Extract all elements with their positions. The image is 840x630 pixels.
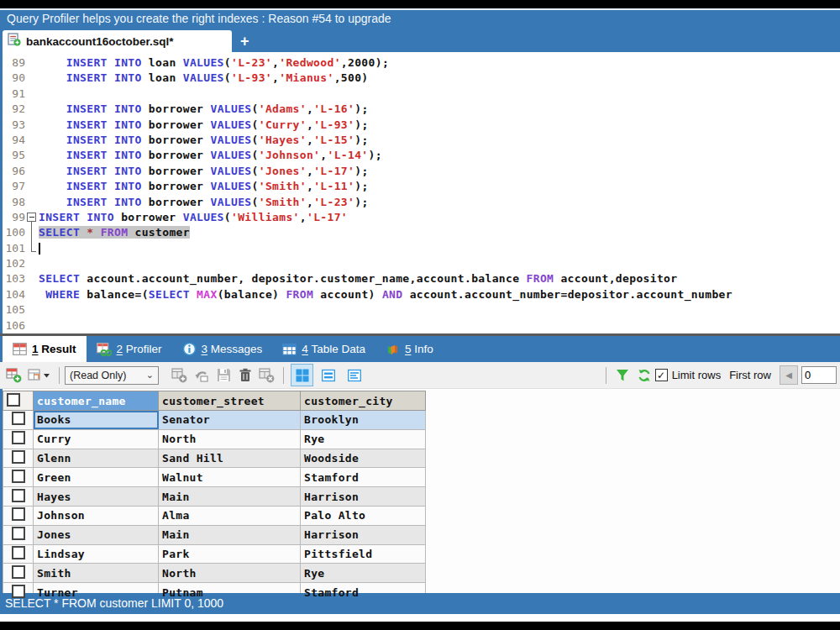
code-line[interactable]: 106 [3, 318, 840, 333]
tab-profiler[interactable]: 2 Profiler [87, 336, 172, 362]
grid-cell[interactable]: North [159, 564, 301, 583]
limit-rows-checkbox[interactable]: ✓ [655, 369, 668, 381]
row-select-cell[interactable] [3, 411, 34, 430]
fold-collapse-icon[interactable] [25, 210, 39, 225]
resultset-options-button[interactable] [26, 365, 53, 386]
row-select-cell[interactable] [3, 525, 34, 544]
upgrade-banner[interactable]: Query Profiler helps you create the righ… [0, 10, 840, 29]
discard-changes-button[interactable] [257, 365, 277, 386]
grid-cell[interactable]: Woodside [301, 449, 426, 468]
row-checkbox[interactable] [12, 450, 25, 464]
grid-cell[interactable]: Johnson [34, 506, 159, 525]
grid-cell[interactable]: Books [34, 411, 159, 430]
code-line[interactable]: 102 [3, 256, 840, 271]
line-number: 101 [3, 241, 25, 256]
code-line[interactable]: 99INSERT INTO borrower VALUES('Williams'… [3, 210, 840, 225]
grid-cell[interactable]: Palo Alto [301, 506, 426, 525]
grid-cell[interactable]: Glenn [34, 449, 159, 468]
grid-cell[interactable]: Senator [159, 411, 301, 430]
code-line[interactable]: 94 INSERT INTO borrower VALUES('Hayes','… [3, 133, 840, 148]
row-select-cell[interactable] [3, 468, 34, 487]
code-line[interactable]: 100SELECT * FROM customer [3, 225, 840, 240]
tab-result[interactable]: 1 Result [3, 336, 87, 362]
code-line[interactable]: 95 INSERT INTO borrower VALUES('Johnson'… [3, 148, 840, 163]
form-view-button[interactable] [317, 364, 339, 386]
refresh-icon[interactable] [634, 365, 654, 386]
grid-cell[interactable]: Sand Hill [159, 449, 301, 468]
code-line[interactable]: 103SELECT account.account_number, deposi… [3, 271, 840, 286]
grid-view-button[interactable] [291, 364, 313, 386]
table-row: JohnsonAlmaPalo Alto [3, 506, 426, 525]
row-select-cell[interactable] [3, 487, 34, 507]
grid-cell[interactable]: Harrison [301, 487, 426, 507]
code-line[interactable]: 101 [3, 241, 840, 256]
code-line[interactable]: 91 [3, 87, 840, 102]
result-panel-tab-bar: 1 Result2 Profiler3 Messages4 Table Data… [0, 336, 840, 362]
row-checkbox[interactable] [12, 470, 25, 483]
row-select-cell[interactable] [3, 564, 34, 583]
grid-cell[interactable]: Curry [34, 429, 159, 449]
code-text: SELECT * FROM customer [39, 225, 840, 240]
sql-editor[interactable]: 89 INSERT INTO loan VALUES('L-23','Redwo… [0, 52, 840, 333]
grid-cell[interactable]: Walnut [159, 468, 301, 487]
row-select-cell[interactable] [3, 544, 34, 564]
grid-cell[interactable]: Pittsfield [301, 544, 426, 564]
row-select-cell[interactable] [3, 506, 34, 525]
add-row-button[interactable] [170, 365, 190, 386]
grid-cell[interactable]: North [159, 429, 301, 449]
code-line[interactable]: 93 INSERT INTO borrower VALUES('Curry','… [3, 118, 840, 133]
grid-cell[interactable]: Smith [34, 564, 159, 583]
grid-cell[interactable]: Rye [301, 564, 426, 583]
row-checkbox[interactable] [7, 393, 20, 407]
code-line[interactable]: 89 INSERT INTO loan VALUES('L-23','Redwo… [3, 55, 840, 71]
save-changes-button[interactable] [213, 365, 234, 386]
first-row-input[interactable] [801, 366, 837, 384]
row-checkbox[interactable] [12, 412, 25, 425]
row-checkbox[interactable] [12, 565, 25, 579]
revert-changes-button[interactable] [192, 365, 212, 386]
text-view-button[interactable] [343, 364, 365, 386]
row-checkbox[interactable] [12, 489, 25, 502]
code-line[interactable]: 90 INSERT INTO loan VALUES('L-93','Mianu… [3, 71, 840, 86]
grid-cell[interactable]: Alma [159, 506, 301, 525]
delete-row-button[interactable] [235, 365, 255, 386]
grid-cell[interactable]: Stamford [301, 468, 426, 487]
grid-cell[interactable]: Park [159, 544, 301, 564]
code-line[interactable]: 97 INSERT INTO borrower VALUES('Smith','… [3, 179, 840, 194]
fold-margin [25, 179, 39, 194]
code-line[interactable]: 105 [3, 302, 840, 318]
column-header-customer_city[interactable]: customer_city [301, 391, 426, 411]
select-all-header[interactable] [3, 391, 34, 411]
line-number: 106 [3, 318, 25, 333]
code-line[interactable]: 104 WHERE balance=(SELECT MAX(balance) F… [3, 287, 840, 302]
row-checkbox[interactable] [12, 527, 25, 540]
tab-table-data[interactable]: 4 Table Data [272, 336, 375, 362]
export-resultset-button[interactable] [4, 365, 24, 386]
filter-icon[interactable] [612, 365, 633, 386]
tab-info[interactable]: 5 Info [375, 336, 444, 362]
grid-cell[interactable]: Hayes [34, 487, 159, 507]
grid-cell[interactable]: Main [159, 487, 301, 507]
code-line[interactable]: 96 INSERT INTO borrower VALUES('Jones','… [3, 164, 840, 179]
grid-cell[interactable]: Brooklyn [301, 411, 426, 430]
row-checkbox[interactable] [12, 546, 25, 559]
grid-cell[interactable]: Harrison [301, 525, 426, 544]
row-select-cell[interactable] [3, 429, 34, 449]
grid-cell[interactable]: Jones [34, 525, 159, 544]
new-tab-button[interactable]: + [232, 30, 258, 52]
row-checkbox[interactable] [12, 431, 25, 444]
code-line[interactable]: 98 INSERT INTO borrower VALUES('Smith','… [3, 195, 840, 210]
grid-cell[interactable]: Rye [301, 429, 426, 449]
first-row-decrement-button[interactable]: ◀ [780, 365, 798, 385]
grid-cell[interactable]: Main [159, 525, 301, 544]
row-select-cell[interactable] [3, 449, 34, 468]
row-checkbox[interactable] [12, 507, 25, 521]
result-mode-select[interactable]: (Read Only) ⌄ [65, 366, 159, 385]
tab-messages[interactable]: 3 Messages [172, 336, 273, 362]
grid-cell[interactable]: Lindsay [34, 544, 159, 564]
column-header-customer_name[interactable]: customer_name [34, 391, 159, 411]
tab-sql-file[interactable]: bankaccount16october.sql* [3, 30, 232, 52]
column-header-customer_street[interactable]: customer_street [159, 391, 301, 411]
code-line[interactable]: 92 INSERT INTO borrower VALUES('Adams','… [3, 102, 840, 117]
grid-cell[interactable]: Green [34, 468, 159, 487]
